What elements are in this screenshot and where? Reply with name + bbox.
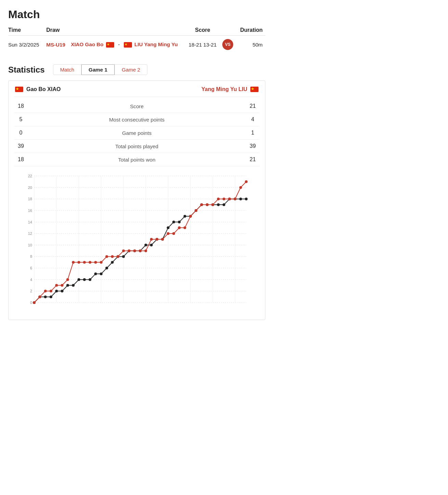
match-table: Time Draw Score Duration Sun 3/2/2025 MS… <box>8 25 265 53</box>
stat-row-consecutive: 5 Most consecutive points 4 <box>14 113 260 126</box>
tab-group: Match Game 1 Game 2 <box>53 64 147 75</box>
match-players: XIAO Gao Bo - LIU Yang Ming Yu <box>71 36 186 54</box>
stat-score-right: 21 <box>246 103 260 109</box>
stats-player-left: Gao Bo XIAO <box>14 86 61 92</box>
svg-point-89 <box>122 250 125 252</box>
svg-point-72 <box>245 198 248 200</box>
statistics-title: Statistics <box>8 65 45 75</box>
stats-players-header: Gao Bo XIAO Yang Ming Yu LIU <box>14 86 260 97</box>
stat-consecutive-right: 4 <box>246 116 260 123</box>
match-score: 18-21 13-21 <box>187 36 222 54</box>
svg-point-94 <box>150 238 153 241</box>
svg-point-95 <box>156 238 158 241</box>
stat-consecutive-label: Most consecutive points <box>28 117 246 123</box>
stat-row-total-played: 39 Total points played 39 <box>14 140 260 153</box>
svg-point-46 <box>100 272 103 275</box>
svg-point-76 <box>50 290 52 292</box>
chart-svg: // We'll generate this with JS below 024… <box>14 169 260 313</box>
svg-point-80 <box>72 261 75 264</box>
svg-point-88 <box>117 255 119 258</box>
svg-point-86 <box>105 255 108 258</box>
stat-won-label: Total points won <box>28 157 246 163</box>
player1-name: XIAO Gao Bo <box>71 41 103 47</box>
svg-text:2: 2 <box>30 289 32 293</box>
col-score: Score <box>187 25 222 36</box>
stat-played-label: Total points played <box>28 143 246 149</box>
svg-text:20: 20 <box>28 186 32 190</box>
col-vs <box>221 25 237 36</box>
svg-point-36 <box>44 295 47 298</box>
vs-badge-cell: VS <box>221 36 237 54</box>
stat-score-left: 18 <box>14 103 28 109</box>
stats-box: Gao Bo XIAO Yang Ming Yu LIU 18 Score 21… <box>8 80 265 320</box>
statistics-header: Statistics Match Game 1 Game 2 <box>8 64 265 75</box>
player2-flag <box>124 42 132 48</box>
stat-gamepoints-right: 1 <box>246 130 260 136</box>
page-title: Match <box>8 8 265 21</box>
svg-text:18: 18 <box>28 197 32 201</box>
svg-point-47 <box>105 267 108 269</box>
right-player-flag <box>250 87 259 92</box>
svg-point-96 <box>161 238 164 241</box>
svg-point-93 <box>144 250 147 252</box>
svg-point-108 <box>228 198 231 200</box>
tab-game1[interactable]: Game 1 <box>81 64 115 75</box>
svg-point-110 <box>239 186 242 189</box>
svg-text:14: 14 <box>28 220 32 224</box>
svg-point-83 <box>89 261 91 264</box>
svg-point-61 <box>184 215 186 218</box>
right-player-name: Yang Ming Yu LIU <box>201 86 247 92</box>
svg-point-107 <box>223 198 225 200</box>
stat-won-left: 18 <box>14 156 28 163</box>
svg-point-38 <box>55 290 58 292</box>
svg-point-97 <box>167 232 170 235</box>
svg-text:8: 8 <box>30 254 32 258</box>
svg-point-59 <box>172 221 175 224</box>
stat-row-gamepoints: 0 Game points 1 <box>14 126 260 140</box>
svg-text:0: 0 <box>30 301 32 305</box>
svg-point-87 <box>111 255 114 258</box>
svg-point-45 <box>94 272 97 275</box>
tab-game2[interactable]: Game 2 <box>115 64 147 75</box>
svg-point-77 <box>55 284 58 287</box>
svg-text:6: 6 <box>30 266 32 270</box>
svg-point-84 <box>94 261 97 264</box>
stats-player-right: Yang Ming Yu LIU <box>201 86 260 92</box>
svg-point-54 <box>144 244 147 246</box>
vs-badge: VS <box>222 39 233 50</box>
stat-gamepoints-label: Game points <box>28 130 246 136</box>
svg-point-98 <box>172 232 175 235</box>
player1-flag <box>106 42 114 48</box>
stat-played-right: 39 <box>246 143 260 149</box>
svg-point-71 <box>239 198 242 200</box>
svg-point-90 <box>128 250 130 252</box>
stat-row-score: 18 Score 21 <box>14 100 260 113</box>
stat-played-left: 39 <box>14 143 28 149</box>
svg-point-81 <box>78 261 80 264</box>
svg-point-73 <box>33 301 36 304</box>
svg-point-101 <box>189 215 192 218</box>
svg-point-99 <box>178 226 181 229</box>
svg-point-43 <box>83 278 86 281</box>
svg-point-60 <box>178 221 181 224</box>
svg-point-85 <box>100 261 103 264</box>
svg-point-37 <box>50 295 52 298</box>
svg-point-39 <box>61 290 64 292</box>
svg-point-50 <box>122 255 125 258</box>
svg-point-92 <box>139 250 142 252</box>
col-time: Time <box>8 25 46 36</box>
svg-text:10: 10 <box>28 243 32 247</box>
svg-point-75 <box>44 290 47 292</box>
svg-point-41 <box>72 284 75 287</box>
svg-point-74 <box>38 295 41 298</box>
chart-container: // We'll generate this with JS below 024… <box>14 169 260 314</box>
svg-point-104 <box>206 203 209 206</box>
svg-point-55 <box>150 244 153 246</box>
svg-point-109 <box>234 198 236 200</box>
tab-match[interactable]: Match <box>53 64 81 75</box>
svg-point-48 <box>111 261 114 264</box>
svg-point-82 <box>83 261 86 264</box>
stat-gamepoints-left: 0 <box>14 130 28 136</box>
stat-consecutive-left: 5 <box>14 116 28 123</box>
svg-text:22: 22 <box>28 174 32 178</box>
